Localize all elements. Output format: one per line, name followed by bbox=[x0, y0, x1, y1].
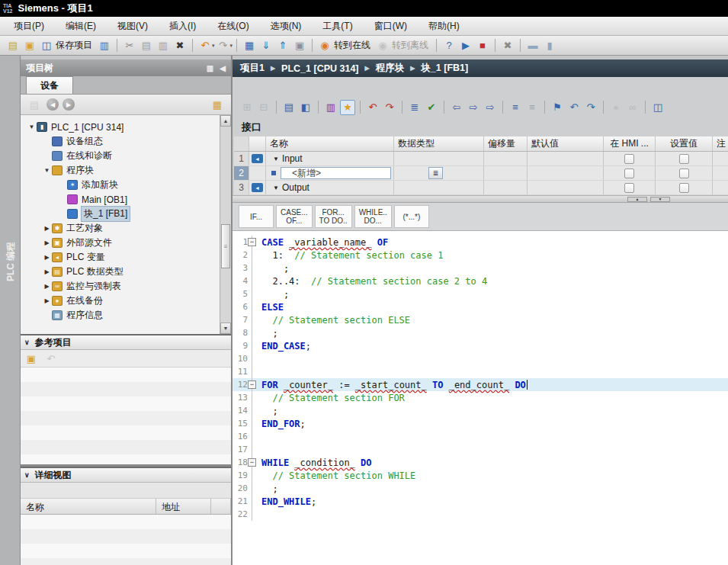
code-line[interactable]: 13 // Statement section FOR bbox=[233, 391, 728, 404]
menu-item-6[interactable]: 工具(T) bbox=[312, 17, 363, 36]
tab-devices[interactable]: 设备 bbox=[26, 76, 73, 94]
tree-item[interactable]: 设备组态 bbox=[21, 134, 220, 149]
code-line[interactable]: 3 ; bbox=[233, 262, 728, 274]
code-line-body[interactable]: −CASE _variable_name_ OF bbox=[252, 236, 728, 249]
code-line-body[interactable]: ELSE bbox=[252, 300, 728, 313]
refresh-reference-icon[interactable]: ↶ bbox=[43, 351, 59, 366]
next-bookmark-icon[interactable]: ↷ bbox=[583, 100, 598, 115]
undo-icon[interactable]: ↶ bbox=[197, 38, 213, 53]
snippet-while-button[interactable]: WHILE..DO... bbox=[354, 205, 392, 228]
insert-empty-box-icon[interactable]: ⊟ bbox=[256, 100, 271, 115]
code-line-body[interactable] bbox=[252, 430, 728, 443]
symbolic-representation-icon[interactable]: ▥ bbox=[323, 100, 338, 115]
name-cell[interactable]: ▼Output bbox=[266, 181, 394, 194]
interface-row[interactable]: 2<新增>≣ bbox=[234, 166, 728, 181]
auto-collapse-icon[interactable]: ▥ bbox=[207, 64, 213, 72]
comment-cell[interactable] bbox=[713, 152, 728, 165]
accessible-devices-icon[interactable]: ? bbox=[441, 38, 457, 53]
undo-dropdown-icon[interactable]: ▾ bbox=[212, 43, 215, 49]
tree-item[interactable]: ▶◂PLC 变量 bbox=[21, 250, 220, 265]
setpoint-checkbox[interactable] bbox=[679, 169, 689, 178]
fold-collapse-icon[interactable]: − bbox=[248, 380, 256, 389]
tree-item[interactable]: ▼▮PLC_1 [CPU 314] bbox=[21, 120, 220, 134]
code-line-body[interactable]: END_CASE; bbox=[252, 339, 728, 352]
copy-icon[interactable]: ▤ bbox=[139, 38, 154, 53]
tree-item[interactable]: ▦程序信息 bbox=[21, 308, 220, 323]
delete-icon[interactable]: ✖ bbox=[172, 38, 188, 53]
section-expander-icon[interactable]: ▼ bbox=[273, 156, 279, 162]
paste-icon[interactable]: ▥ bbox=[156, 38, 171, 53]
code-line[interactable]: 15END_FOR; bbox=[233, 417, 728, 430]
code-line[interactable]: 22 bbox=[233, 508, 728, 521]
code-line[interactable]: 19 // Statement section WHILE bbox=[233, 469, 728, 482]
upload-from-device-icon[interactable]: ⇑ bbox=[275, 38, 290, 53]
code-line[interactable]: 5 ; bbox=[233, 287, 728, 300]
code-line[interactable]: 11 bbox=[233, 365, 728, 378]
snippet-if-button[interactable]: IF... bbox=[239, 205, 274, 228]
setpoint-checkbox[interactable] bbox=[679, 154, 689, 164]
scroll-down-button[interactable]: ▼ bbox=[220, 323, 231, 334]
menu-item-8[interactable]: 帮助(H) bbox=[418, 17, 470, 36]
cut-icon[interactable]: ✂ bbox=[122, 38, 137, 53]
code-line-body[interactable]: 1: // Statement section case 1 bbox=[252, 249, 728, 262]
consistency-check-icon[interactable]: ✔ bbox=[424, 100, 439, 115]
menu-item-5[interactable]: 选项(N) bbox=[260, 17, 313, 36]
breadcrumb-item-2[interactable]: 程序块 bbox=[376, 62, 405, 75]
insert-network-icon[interactable]: ⊞ bbox=[239, 100, 255, 115]
code-line-body[interactable]: −WHILE _condition_ DO bbox=[252, 456, 728, 469]
code-line[interactable]: 16 bbox=[233, 430, 728, 443]
go-online-label[interactable]: 转到在线 bbox=[334, 39, 370, 52]
interface-row[interactable]: 3◂▼Output bbox=[234, 181, 728, 195]
update-block-calls-icon[interactable]: ≣ bbox=[407, 100, 422, 115]
new-item-icon[interactable]: ▤ bbox=[27, 97, 42, 112]
hmi-visible-checkbox[interactable] bbox=[624, 183, 634, 193]
fold-collapse-icon[interactable]: − bbox=[248, 458, 256, 467]
collapse-panel-icon[interactable]: ◀ bbox=[220, 64, 226, 72]
code-line-body[interactable] bbox=[252, 443, 728, 456]
tree-item[interactable]: 块_1 [FB1] bbox=[21, 207, 220, 221]
expander-closed-icon[interactable]: ▶ bbox=[42, 239, 52, 246]
breadcrumb-item-3[interactable]: 块_1 [FB1] bbox=[421, 62, 468, 75]
expander-open-icon[interactable]: ▼ bbox=[42, 167, 52, 174]
default-value-cell[interactable] bbox=[528, 166, 604, 180]
code-line[interactable]: 20 ; bbox=[233, 482, 728, 495]
code-line-body[interactable]: ; bbox=[252, 404, 728, 417]
previous-bookmark-icon[interactable]: ↶ bbox=[566, 100, 582, 115]
header-cell-2[interactable]: 偏移量 bbox=[484, 136, 528, 151]
open-all-blocks-icon[interactable]: ▤ bbox=[281, 100, 297, 115]
expander-open-icon[interactable]: ▼ bbox=[27, 124, 37, 130]
go-online-icon[interactable]: ◉ bbox=[317, 38, 332, 53]
header-cell-5[interactable]: 设置值 bbox=[656, 136, 713, 151]
navigate-back-icon[interactable]: ◀ bbox=[47, 98, 59, 111]
code-line[interactable]: 9END_CASE; bbox=[233, 339, 728, 352]
code-line[interactable]: 4 2..4: // Statement section case 2 to 4 bbox=[233, 274, 728, 287]
details-column-name[interactable]: 名称 bbox=[21, 499, 156, 514]
code-line-body[interactable]: ; bbox=[252, 482, 728, 495]
code-line-body[interactable]: // Statement section FOR bbox=[252, 391, 728, 404]
interface-row[interactable]: 1◂▼Input bbox=[234, 152, 728, 166]
menu-item-3[interactable]: 插入(I) bbox=[159, 17, 207, 36]
setpoint-checkbox[interactable] bbox=[679, 183, 689, 193]
split-editor-horizontal-icon[interactable]: ▬ bbox=[525, 38, 540, 53]
menu-item-7[interactable]: 窗口(W) bbox=[364, 17, 418, 36]
sort-table-icon[interactable]: ▦ bbox=[210, 97, 225, 112]
code-line[interactable]: 18−WHILE _condition_ DO bbox=[233, 456, 728, 469]
outdent-icon[interactable]: ⇦ bbox=[449, 100, 464, 115]
code-line-body[interactable]: 2..4: // Statement section case 2 to 4 bbox=[252, 274, 728, 287]
fold-collapse-icon[interactable]: − bbox=[248, 238, 256, 246]
datatype-cell[interactable]: ≣ bbox=[394, 166, 484, 180]
code-line[interactable]: 6ELSE bbox=[233, 300, 728, 313]
tree-item[interactable]: ▶▣外部源文件 bbox=[21, 236, 220, 250]
tree-item[interactable]: ▶✱工艺对象 bbox=[21, 221, 220, 236]
comment-on-icon[interactable]: ≡ bbox=[508, 100, 523, 115]
code-line-body[interactable]: ; bbox=[252, 262, 728, 274]
hardware-network-icon[interactable]: ▦ bbox=[242, 38, 257, 53]
offset-cell[interactable] bbox=[484, 152, 528, 165]
print-icon[interactable]: ▥ bbox=[97, 38, 112, 53]
details-column-address[interactable]: 地址 bbox=[156, 499, 211, 514]
code-line[interactable]: 12−FOR _counter_ := _start_count_ TO _en… bbox=[233, 378, 728, 391]
stop-cpu-icon[interactable]: ■ bbox=[475, 38, 490, 53]
new-project-icon[interactable]: ▤ bbox=[5, 38, 21, 53]
menu-item-0[interactable]: 项目(P) bbox=[3, 17, 55, 36]
go-offline-icon[interactable]: ◉ bbox=[375, 38, 390, 53]
